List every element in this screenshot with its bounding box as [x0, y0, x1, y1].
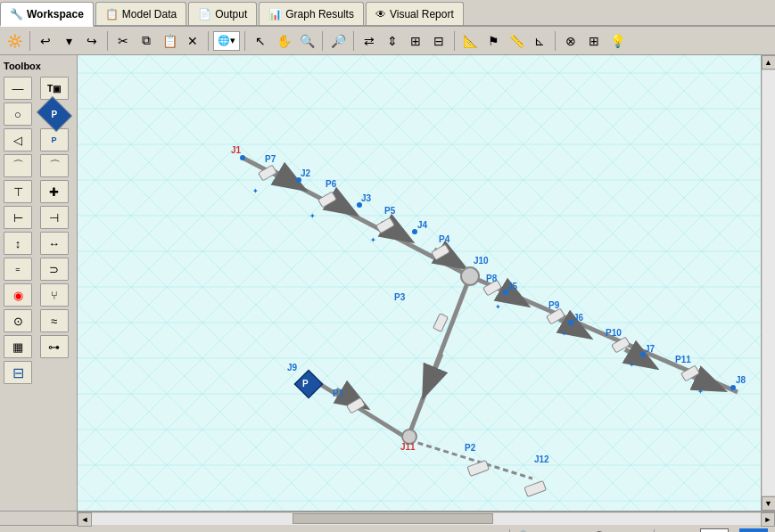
- label-p10: P10: [606, 328, 622, 338]
- undo-button[interactable]: ↩: [35, 30, 56, 52]
- bulb-tool[interactable]: 💡: [606, 30, 628, 52]
- tab-output[interactable]: 📄 Output: [188, 2, 257, 25]
- zoom-dropdown[interactable]: 🌐 ▾: [213, 31, 240, 51]
- node-count-box: 11: [739, 528, 768, 533]
- tab-visual-report[interactable]: 👁 Visual Report: [366, 2, 464, 25]
- label-p6: P6: [326, 179, 337, 189]
- label-j2: J2: [301, 168, 311, 178]
- flag-tool[interactable]: ⚑: [482, 30, 504, 52]
- fit-view-area: ⊞: [490, 529, 500, 533]
- pipe-count-box: 12: [700, 528, 729, 533]
- new-button[interactable]: 🔆: [4, 30, 25, 52]
- label-j11: J11: [400, 442, 416, 452]
- delete-button[interactable]: ✕: [182, 30, 203, 52]
- arrow-tool-1[interactable]: ⇄: [359, 30, 380, 52]
- tab-graph-results[interactable]: 📊 Graph Results: [259, 2, 364, 25]
- tool-cross[interactable]: ✚: [40, 180, 69, 203]
- grid-tool[interactable]: ⊞: [583, 30, 605, 52]
- vscroll-down[interactable]: ▼: [762, 496, 776, 511]
- tool-pressure[interactable]: P: [40, 128, 69, 151]
- tool-wave[interactable]: ≈: [40, 309, 69, 332]
- layout-tool[interactable]: ⊞: [405, 30, 426, 52]
- output-tab-icon: 📄: [198, 8, 211, 20]
- hscroll-left[interactable]: ◄: [78, 512, 92, 527]
- undo-dropdown[interactable]: ▾: [58, 30, 79, 52]
- vscroll-up[interactable]: ▲: [762, 55, 776, 70]
- tool-valve-red[interactable]: ◉: [4, 283, 32, 307]
- find-button[interactable]: 🔎: [327, 30, 349, 52]
- tool-pipe-loop[interactable]: ⊃: [40, 258, 69, 281]
- hscroll-row: ◄ ►: [0, 511, 775, 525]
- fit-icon[interactable]: ⊞: [490, 529, 500, 533]
- tool-curve-r[interactable]: ⌒: [40, 154, 69, 177]
- pan-tool[interactable]: ✋: [273, 30, 294, 52]
- tool-flow-split[interactable]: ⑂: [40, 283, 69, 307]
- paste-button[interactable]: 📋: [159, 30, 180, 52]
- label-j10: J10: [474, 256, 489, 266]
- label-p4: P4: [439, 234, 450, 244]
- tab-bar: 🔧 Workspace 📋 Model Data 📄 Output 📊 Grap…: [0, 0, 775, 27]
- junction-j10-circle: [461, 267, 479, 285]
- label-j4: J4: [417, 220, 428, 230]
- horizontal-scrollbar: ◄ ►: [78, 512, 775, 526]
- label-j6: J6: [573, 313, 584, 323]
- jdot-j8: [730, 385, 736, 390]
- mark4: ✦: [495, 303, 501, 311]
- label-j5: J5: [507, 282, 518, 291]
- label-p3: P3: [394, 292, 406, 302]
- zoom-dropdown-arrow: ▾: [230, 35, 235, 46]
- tool-pipe-pair[interactable]: =: [4, 258, 32, 281]
- tab-workspace[interactable]: 🔧 Workspace: [0, 2, 94, 27]
- vscroll-track[interactable]: [763, 70, 775, 495]
- tab-model-data[interactable]: 📋 Model Data: [95, 2, 186, 25]
- label-j1: J1: [231, 145, 242, 155]
- mark1: ✦: [252, 187, 259, 195]
- model-data-tab-label: Model Data: [122, 8, 177, 20]
- tool-reducer[interactable]: ⊢: [4, 206, 32, 229]
- tool-compress[interactable]: ↔: [40, 232, 69, 255]
- vertical-scrollbar: ▲ ▼: [761, 55, 775, 511]
- tool-reducer2[interactable]: ⊣: [40, 206, 69, 229]
- annotate3-tool[interactable]: ⊾: [529, 30, 550, 52]
- toolbar: 🔆 ↩ ▾ ↪ ✂ ⧉ 📋 ✕ 🌐 ▾ ↖ ✋ 🔍 🔎 ⇄ ⇕ ⊞ ⊟ 📐 ⚑ …: [0, 27, 775, 55]
- label-p1: P1: [333, 389, 344, 398]
- tool-curve-l[interactable]: ⌒: [4, 154, 32, 177]
- tool-chip[interactable]: ▦: [4, 335, 32, 358]
- pump-label: P: [302, 379, 309, 389]
- tool-valve[interactable]: ◁: [4, 128, 32, 151]
- tool-tee[interactable]: ⊤: [4, 180, 32, 203]
- annotate2-tool[interactable]: 📏: [506, 30, 527, 52]
- arrow-tool-2[interactable]: ⇕: [382, 30, 403, 52]
- redo-button[interactable]: ↪: [81, 30, 103, 52]
- label-j3: J3: [361, 193, 372, 203]
- zoom-tool[interactable]: 🔍: [296, 30, 317, 52]
- hscroll-thumb[interactable]: [293, 513, 493, 524]
- jdot-j1: [240, 155, 245, 160]
- hscroll-right[interactable]: ►: [761, 512, 775, 527]
- cut-button[interactable]: ✂: [112, 30, 134, 52]
- tool-connector[interactable]: ⊶: [40, 335, 69, 358]
- tool-pump[interactable]: P: [36, 95, 72, 132]
- workspace-tab-icon: 🔧: [10, 8, 23, 20]
- tool-expand[interactable]: ↕: [4, 232, 32, 255]
- canvas-area[interactable]: P J1 J2 J3 J4 J10 J5 J6 J7 J8: [78, 55, 761, 511]
- pointer-tool[interactable]: ↖: [250, 30, 271, 52]
- tool-text[interactable]: T▣: [40, 77, 69, 100]
- hscroll-track[interactable]: [92, 513, 761, 525]
- label-p2: P2: [465, 443, 476, 453]
- toolbox-grid: — T▣ ○ P ◁ P ⌒ ⌒ ⊤ ✚ ⊢ ⊣ ↕ ↔ = ⊃ ◉ ⑂ ⊙ ≈…: [4, 77, 73, 384]
- status-bar: Base Scenario ⊞ 🔍 100% + ← 11 12 11: [0, 525, 775, 532]
- toolbox: Toolbox — T▣ ○ P ◁ P ⌒ ⌒ ⊤ ✚ ⊢ ⊣ ↕ ↔ = ⊃…: [0, 55, 78, 511]
- label-j8: J8: [736, 375, 746, 385]
- tool-ellipse[interactable]: ○: [4, 102, 32, 126]
- tool-pipe-h[interactable]: —: [4, 77, 32, 100]
- toolbox-label: Toolbox: [4, 59, 73, 73]
- scale-tool[interactable]: ⊟: [428, 30, 449, 52]
- visual-report-tab-label: Visual Report: [390, 8, 454, 20]
- tool-tray[interactable]: ⊟: [4, 361, 32, 384]
- cross-tool[interactable]: ⊗: [560, 30, 581, 52]
- annotate-tool[interactable]: 📐: [459, 30, 481, 52]
- mark7: ✦: [697, 388, 704, 396]
- copy-button[interactable]: ⧉: [136, 30, 157, 52]
- tool-circle-q[interactable]: ⊙: [4, 309, 32, 332]
